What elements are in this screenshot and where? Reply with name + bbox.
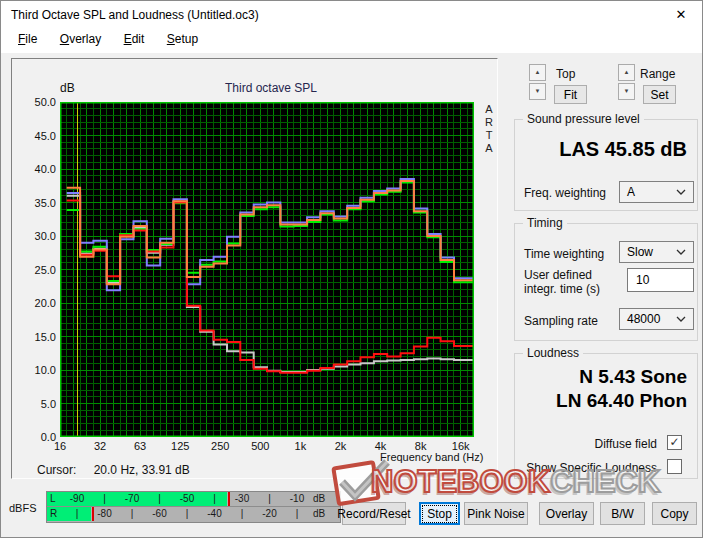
show-specific-loudness-label: Show Specific Loudness [526, 461, 657, 475]
y-tick-label: 5.0 [12, 398, 56, 410]
arta-side-label: ARTA [482, 103, 496, 155]
x-tick-label: 16 [54, 440, 66, 452]
loudness-groupbox: Loudness N 5.43 Sone LN 64.40 Phon Diffu… [514, 353, 698, 479]
title-bar: Third Octave SPL and Loudness (Untitled.… [1, 1, 702, 28]
integr-time-label-2: integr. time (s) [524, 282, 600, 296]
y-tick-label: 25.0 [12, 264, 56, 276]
meter-scale-tick: | [76, 508, 79, 519]
timing-groupbox: Timing Time weighting Slow User defined … [514, 223, 698, 341]
set-button[interactable]: Set [643, 85, 676, 104]
y-tick-label: 0.0 [12, 431, 56, 443]
meter-channel-label: R [50, 508, 57, 519]
diffuse-field-label: Diffuse field [595, 437, 657, 451]
spl-group-label: Sound pressure level [523, 112, 644, 126]
meter-scale-label: -40 [207, 508, 221, 519]
meter-scale-tick: | [131, 508, 134, 519]
meter-scale-tick: | [268, 493, 271, 504]
menu-edit[interactable]: Edit [115, 28, 154, 46]
meter-scale-tick: | [103, 493, 106, 504]
copy-button[interactable]: Copy [652, 502, 697, 525]
range-label: Range [640, 67, 675, 81]
record-reset-button[interactable]: Record/Reset [342, 502, 406, 525]
level-meters: L-90-70-50-30-10||||dBR-80-60-40-20|||||… [46, 491, 341, 523]
range-up-button[interactable]: ▲ [618, 64, 635, 81]
meter-scale-tick: | [186, 508, 189, 519]
x-tick-label: 63 [134, 440, 146, 452]
stop-button[interactable]: Stop [419, 502, 460, 525]
cursor-label: Cursor: [37, 463, 76, 477]
meter-scale-label: -80 [97, 508, 111, 519]
menu-setup[interactable]: Setup [158, 28, 207, 46]
freq-weighting-value: A [627, 185, 635, 199]
cursor-readout: Cursor: 20.0 Hz, 33.91 dB [37, 463, 190, 477]
bw-button[interactable]: B/W [600, 502, 645, 525]
menu-overlay[interactable]: Overlay [51, 28, 110, 46]
meter-scale-tick: | [296, 508, 299, 519]
meter-scale-label: -30 [235, 493, 249, 504]
menu-bar: File Overlay Edit Setup [1, 28, 702, 53]
meter-row-l: L-90-70-50-30-10||||dB [47, 492, 340, 507]
time-weighting-combobox[interactable]: Slow [619, 241, 694, 263]
y-tick-label: 35.0 [12, 197, 56, 209]
y-axis-unit: dB [60, 81, 75, 95]
y-tick-label: 15.0 [12, 331, 56, 343]
integr-time-label-1: User defined [524, 268, 592, 282]
top-up-button[interactable]: ▲ [529, 64, 546, 81]
third-octave-chart [60, 102, 474, 437]
x-tick-label: 2k [335, 440, 347, 452]
meter-db-unit: dB [313, 493, 325, 504]
meter-row-r: R-80-60-40-20|||||dB [47, 507, 340, 521]
meter-channel-label: L [50, 493, 56, 504]
y-tick-label: 20.0 [12, 297, 56, 309]
meter-db-unit: dB [313, 508, 325, 519]
top-label: Top [556, 67, 575, 81]
top-down-button[interactable]: ▼ [529, 83, 546, 100]
diffuse-field-checkbox[interactable]: ✓ [667, 435, 682, 450]
close-icon[interactable]: ✕ [672, 6, 690, 24]
integr-time-input[interactable]: 10 [627, 268, 694, 292]
x-tick-label: 125 [171, 440, 189, 452]
y-tick-label: 50.0 [12, 96, 56, 108]
dbfs-label: dBFS [9, 502, 37, 514]
app-window: Third Octave SPL and Loudness (Untitled.… [0, 0, 703, 538]
time-weighting-label: Time weighting [524, 247, 604, 261]
meter-scale-tick: | [213, 493, 216, 504]
peak-hold-marker [92, 507, 94, 521]
x-axis-title: Frequency band (Hz) [380, 451, 483, 463]
chevron-down-icon [676, 249, 686, 255]
chevron-down-icon [676, 189, 686, 195]
x-tick-label: 1k [295, 440, 307, 452]
meter-scale-label: -50 [180, 493, 194, 504]
chart-panel: dB Third octave SPL 50.045.040.035.030.0… [11, 58, 498, 479]
cursor-value: 20.0 Hz, 33.91 dB [94, 463, 190, 477]
pink-noise-button[interactable]: Pink Noise [464, 502, 528, 525]
overlay-button[interactable]: Overlay [539, 502, 594, 525]
window-title: Third Octave SPL and Loudness (Untitled.… [11, 8, 259, 22]
meter-scale-tick: | [158, 493, 161, 504]
x-tick-label: 32 [94, 440, 106, 452]
fit-button[interactable]: Fit [554, 85, 587, 104]
x-tick-label: 250 [211, 440, 229, 452]
spl-plot[interactable] [60, 102, 474, 437]
stop-button-label: Stop [423, 506, 456, 522]
loudness-group-label: Loudness [523, 346, 583, 360]
loudness-sone-value: N 5.43 Sone [579, 366, 687, 388]
y-tick-label: 40.0 [12, 163, 56, 175]
meter-scale-label: -20 [262, 508, 276, 519]
time-weighting-value: Slow [627, 245, 653, 259]
meter-scale-tick: | [241, 508, 244, 519]
freq-weighting-label: Freq. weighting [524, 186, 606, 200]
y-tick-label: 10.0 [12, 364, 56, 376]
sampling-rate-value: 48000 [627, 312, 660, 326]
menu-file[interactable]: File [9, 28, 46, 46]
y-tick-label: 30.0 [12, 230, 56, 242]
sampling-rate-combobox[interactable]: 48000 [619, 308, 694, 330]
chart-title: Third octave SPL [225, 81, 317, 95]
range-down-button[interactable]: ▼ [618, 83, 635, 100]
meter-scale-label: -10 [290, 493, 304, 504]
freq-weighting-combobox[interactable]: A [619, 181, 694, 203]
meter-scale-label: -90 [70, 493, 84, 504]
show-specific-loudness-checkbox[interactable] [667, 459, 682, 474]
meter-scale-label: -70 [125, 493, 139, 504]
y-tick-label: 45.0 [12, 130, 56, 142]
